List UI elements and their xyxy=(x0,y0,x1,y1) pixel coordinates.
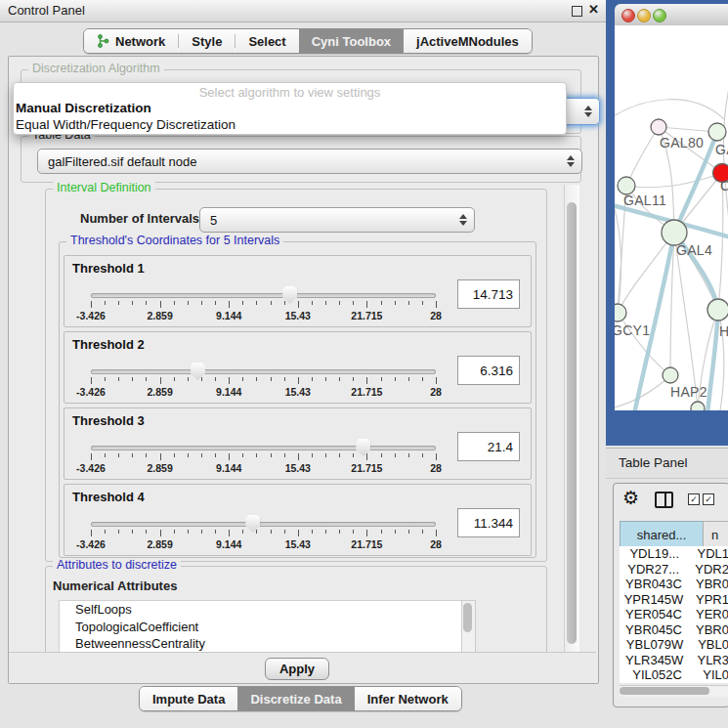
tab-label: Infer Network xyxy=(367,692,449,707)
table-panel-bar: Table Panel xyxy=(606,448,728,479)
network-node[interactable] xyxy=(663,367,678,383)
tick-mark xyxy=(118,530,119,534)
algorithm-hint: Select algorithm to view settings xyxy=(14,83,566,100)
column-header-shared[interactable]: shared... xyxy=(620,521,704,548)
slider-track[interactable] xyxy=(91,369,436,374)
tab-infer-network[interactable]: Infer Network xyxy=(355,687,461,710)
float-window-icon[interactable] xyxy=(572,6,582,17)
tick-mark xyxy=(381,530,382,534)
tab-style[interactable]: Style xyxy=(179,29,235,53)
tick-mark xyxy=(271,530,272,534)
gear-icon[interactable]: ⚙ xyxy=(622,487,639,509)
mac-close-icon[interactable] xyxy=(621,9,635,22)
cell-shared-name: YER054C xyxy=(620,607,688,622)
table-row[interactable]: YIL052CYIL0 xyxy=(620,667,728,683)
numerical-attributes-list[interactable]: SelfLoopsTopologicalCoefficientBetweenne… xyxy=(59,600,463,655)
network-canvas[interactable]: GAL80GACGAL11GAL4GCY1HHAP2 xyxy=(615,25,728,410)
attribute-item-topologicalcoefficient[interactable]: TopologicalCoefficient xyxy=(60,619,462,636)
network-node[interactable] xyxy=(708,123,726,141)
tick-mark xyxy=(160,377,161,384)
table-data-combobox[interactable]: galFiltered.sif default node xyxy=(37,149,582,174)
mac-zoom-icon[interactable] xyxy=(653,9,666,22)
tab-discretize-data[interactable]: Discretize Data xyxy=(237,687,354,710)
tab-jactivemnodules[interactable]: jActiveMNodules xyxy=(404,29,532,53)
panel-title: Control Panel xyxy=(8,3,85,18)
attribute-item-selfloops[interactable]: SelfLoops xyxy=(60,601,462,619)
tick-label: 28 xyxy=(430,462,442,474)
tick-mark xyxy=(256,301,257,305)
mac-minimize-icon[interactable] xyxy=(637,9,651,22)
tick-mark xyxy=(284,301,285,305)
threshold-value-field[interactable]: 21.4 xyxy=(457,432,520,461)
table-row[interactable]: YBL079WYBL0 xyxy=(620,637,728,653)
tick-mark xyxy=(188,301,189,305)
apply-button[interactable]: Apply xyxy=(265,658,329,680)
tick-mark xyxy=(146,377,147,381)
tab-select[interactable]: Select xyxy=(236,29,298,53)
tab-network[interactable]: Network xyxy=(84,29,178,53)
tab-cyni-toolbox[interactable]: Cyni Toolbox xyxy=(299,29,404,53)
threshold-value-field[interactable]: 6.316 xyxy=(457,356,520,385)
threshold-value-field[interactable]: 11.344 xyxy=(457,508,520,537)
network-node[interactable] xyxy=(615,304,626,321)
node-table[interactable]: YDL19...YDL1YDR27...YDR2YBR043CYBR0YPR14… xyxy=(620,546,728,683)
threshold-box-threshold-1: Threshold 1-3.4262.8599.14415.4321.71528… xyxy=(64,255,532,327)
slider-track[interactable] xyxy=(91,446,436,450)
slider-ticks xyxy=(91,453,436,461)
tick-label: 28 xyxy=(430,386,442,398)
tick-mark xyxy=(284,530,285,534)
tick-label: 28 xyxy=(430,538,442,550)
table-data-group: Table Data galFiltered.sif default node xyxy=(21,136,581,183)
attributes-list-scrollbar[interactable] xyxy=(461,600,476,655)
tick-mark xyxy=(436,530,437,536)
network-window-titlebar[interactable] xyxy=(615,4,728,26)
close-icon[interactable]: ✕ xyxy=(588,2,599,17)
tick-mark xyxy=(118,301,119,305)
tab-impute-data[interactable]: Impute Data xyxy=(140,687,237,710)
table-row[interactable]: YLR345WYLR3 xyxy=(620,653,728,668)
threshold-value-field[interactable]: 14.713 xyxy=(457,279,520,309)
tick-mark xyxy=(160,301,161,308)
network-node[interactable] xyxy=(691,402,705,410)
scrollbar-thumb[interactable] xyxy=(567,202,577,644)
scrollbar-thumb[interactable] xyxy=(620,687,709,695)
tick-label: 21.715 xyxy=(351,538,382,550)
checkbox-icon[interactable] xyxy=(688,493,700,505)
scrollbar-thumb[interactable] xyxy=(463,603,472,632)
tick-mark xyxy=(422,453,423,457)
checkbox-icon[interactable] xyxy=(703,493,714,505)
group-title: Threshold's Coordinates for 5 Intervals xyxy=(66,234,283,247)
attribute-item-betweennesscentrality[interactable]: BetweennessCentrality xyxy=(60,635,462,653)
table-row[interactable]: YPR145WYPR1 xyxy=(620,592,728,608)
table-row[interactable]: YER054CYER0 xyxy=(620,607,728,622)
column-header-name[interactable]: n xyxy=(703,521,728,548)
algorithm-options: Manual DiscretizationEqual Width/Frequen… xyxy=(14,100,566,133)
node-label-h: H xyxy=(719,323,728,339)
tick-mark xyxy=(395,377,396,381)
tick-mark xyxy=(146,530,147,534)
split-columns-icon[interactable] xyxy=(655,492,673,508)
tick-mark xyxy=(146,453,147,457)
algorithm-option-manual-discretization[interactable]: Manual Discretization xyxy=(14,100,566,116)
network-node[interactable] xyxy=(651,119,666,135)
cell-shared-name: YDL19... xyxy=(620,546,689,562)
table-row[interactable]: YBR045CYBR0 xyxy=(620,622,728,638)
slider-track[interactable] xyxy=(91,293,436,298)
number-of-intervals-combobox[interactable]: 5 xyxy=(199,207,475,233)
number-of-intervals-label: Number of Intervals xyxy=(80,211,199,226)
network-node[interactable] xyxy=(707,299,728,321)
table-hscrollbar[interactable] xyxy=(620,685,728,697)
tick-mark xyxy=(215,377,216,381)
tick-mark xyxy=(174,530,175,534)
tick-mark xyxy=(188,530,189,534)
table-row[interactable]: YDR27...YDR2 xyxy=(620,562,728,578)
tick-mark xyxy=(174,453,175,457)
table-row[interactable]: YBR043CYBR0 xyxy=(620,577,728,592)
slider-track[interactable] xyxy=(91,522,436,527)
tick-label: 2.859 xyxy=(147,538,172,550)
tick-label: 9.144 xyxy=(216,538,241,550)
algorithm-option-equal-width-frequency-discretization[interactable]: Equal Width/Frequency Discretization xyxy=(14,116,566,133)
content-scrollbar[interactable] xyxy=(564,185,579,652)
threshold-label: Threshold 4 xyxy=(72,490,145,504)
table-row[interactable]: YDL19...YDL1 xyxy=(620,546,728,562)
